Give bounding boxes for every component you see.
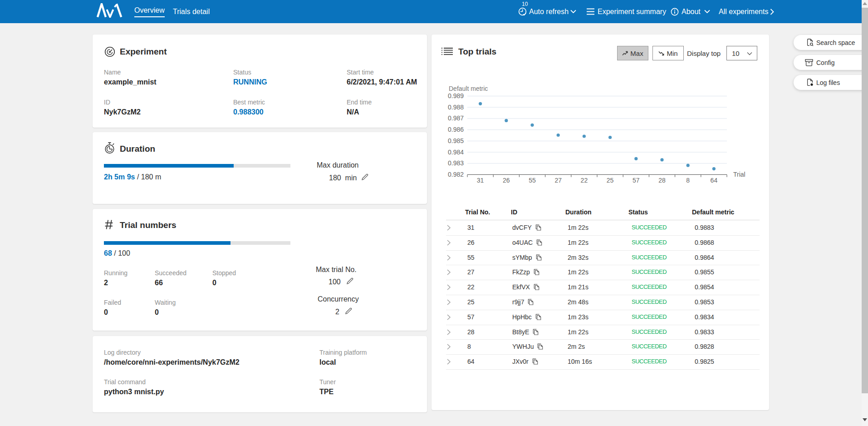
- svg-text:57: 57: [633, 177, 640, 184]
- svg-text:0.986: 0.986: [448, 126, 464, 133]
- svg-text:26: 26: [503, 177, 510, 184]
- svg-text:31: 31: [477, 177, 484, 184]
- svg-text:22: 22: [581, 177, 588, 184]
- svg-text:0.984: 0.984: [448, 149, 464, 156]
- svg-text:Default metric: Default metric: [449, 85, 488, 92]
- svg-text:0.989: 0.989: [448, 92, 464, 99]
- svg-text:8: 8: [686, 177, 690, 184]
- svg-text:Trial: Trial: [733, 171, 745, 178]
- svg-text:27: 27: [554, 177, 562, 184]
- svg-text:55: 55: [529, 177, 536, 184]
- svg-text:0.985: 0.985: [448, 137, 464, 144]
- svg-text:0.988: 0.988: [448, 104, 464, 111]
- svg-text:25: 25: [607, 177, 614, 184]
- svg-text:28: 28: [658, 177, 666, 184]
- svg-text:0.983: 0.983: [448, 159, 464, 167]
- svg-text:0.987: 0.987: [448, 114, 464, 122]
- svg-text:0.982: 0.982: [448, 171, 464, 178]
- svg-text:64: 64: [711, 177, 718, 184]
